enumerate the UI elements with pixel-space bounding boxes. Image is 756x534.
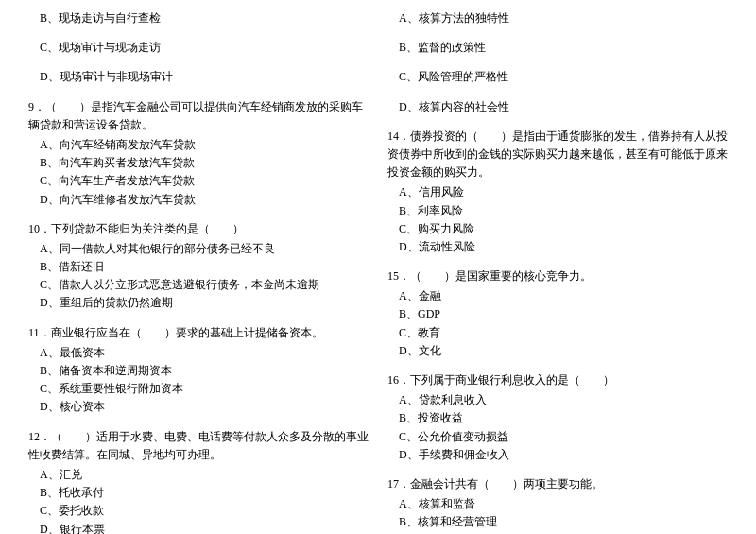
q-b1: B、现场走访与自行查检 [28, 9, 369, 27]
question-16: 16．下列属于商业银行利息收入的是（ ） A、贷款利息收入 B、投资收益 C、公… [387, 371, 728, 464]
question-15-text: 15．（ ）是国家重要的核心竞争力。 [387, 267, 728, 285]
question-11-text: 11．商业银行应当在（ ）要求的基础上计提储备资本。 [28, 324, 369, 342]
q11-option-a: A、最低资本 [28, 344, 369, 362]
option-c-r1: C、风险管理的严格性 [387, 68, 728, 86]
question-10-text: 10．下列贷款不能归为关注类的是（ ） [28, 220, 369, 238]
q-b-r1: B、监督的政策性 [387, 39, 728, 57]
q17-option-a: A、核算和监督 [387, 495, 728, 513]
q14-option-c: C、购买力风险 [387, 220, 728, 238]
q10-option-a: A、同一借款人对其他银行的部分债务已经不良 [28, 240, 369, 258]
q11-option-c: C、系统重要性银行附加资本 [28, 380, 369, 398]
question-11: 11．商业银行应当在（ ）要求的基础上计提储备资本。 A、最低资本 B、储备资本… [28, 324, 369, 417]
q12-option-a: A、汇兑 [28, 466, 369, 484]
q-a-r1: A、核算方法的独特性 [387, 9, 728, 27]
question-16-text: 16．下列属于商业银行利息收入的是（ ） [387, 371, 728, 389]
q15-option-c: C、教育 [387, 324, 728, 342]
q15-option-d: D、文化 [387, 342, 728, 360]
q11-option-d: D、核心资本 [28, 398, 369, 416]
q9-option-c: C、向汽车生产者发放汽车贷款 [28, 172, 369, 190]
question-12-text: 12．（ ）适用于水费、电费、电话费等付款人众多及分散的事业性收费结算。在同城、… [28, 428, 369, 464]
option-a-r1: A、核算方法的独特性 [387, 9, 728, 27]
q15-option-b: B、GDP [387, 305, 728, 323]
q-c1: C、现场审计与现场走访 [28, 39, 369, 57]
q16-option-b: B、投资收益 [387, 409, 728, 427]
q16-option-a: A、贷款利息收入 [387, 391, 728, 409]
q12-option-d: D、银行本票 [28, 521, 369, 535]
question-10: 10．下列贷款不能归为关注类的是（ ） A、同一借款人对其他银行的部分债务已经不… [28, 220, 369, 313]
q9-option-a: A、向汽车经销商发放汽车贷款 [28, 136, 369, 154]
option-b1: B、现场走访与自行查检 [28, 9, 369, 27]
q14-option-a: A、信用风险 [387, 183, 728, 201]
option-b-r1: B、监督的政策性 [387, 39, 728, 57]
q-d1: D、现场审计与非现场审计 [28, 68, 369, 86]
q15-option-a: A、金融 [387, 287, 728, 305]
q11-option-b: B、储备资本和逆周期资本 [28, 362, 369, 380]
left-column: B、现场走访与自行查检 C、现场审计与现场走访 D、现场审计与非现场审计 9．（… [28, 9, 369, 534]
q10-option-d: D、重组后的贷款仍然逾期 [28, 294, 369, 312]
question-9-text: 9．（ ）是指汽车金融公司可以提供向汽车经销商发放的采购车辆贷款和营运设备贷款。 [28, 98, 369, 134]
q16-option-c: C、公允价值变动损益 [387, 428, 728, 446]
q16-option-d: D、手续费和佣金收入 [387, 446, 728, 464]
q14-option-b: B、利率风险 [387, 202, 728, 220]
q10-option-c: C、借款人以分立形式恶意逃避银行债务，本金尚未逾期 [28, 276, 369, 294]
option-c1: C、现场审计与现场走访 [28, 39, 369, 57]
q12-option-b: B、托收承付 [28, 484, 369, 502]
q14-option-d: D、流动性风险 [387, 238, 728, 256]
q9-option-b: B、向汽车购买者发放汽车贷款 [28, 154, 369, 172]
question-17: 17．金融会计共有（ ）两项主要功能。 A、核算和监督 B、核算和经营管理 C、… [387, 475, 728, 534]
q12-option-c: C、委托收款 [28, 502, 369, 520]
q17-option-b: B、核算和经营管理 [387, 513, 728, 531]
columns-layout: B、现场走访与自行查检 C、现场审计与现场走访 D、现场审计与非现场审计 9．（… [28, 9, 728, 534]
q-c-r1: C、风险管理的严格性 [387, 68, 728, 86]
q-d-r1: D、核算内容的社会性 [387, 98, 728, 116]
question-9: 9．（ ）是指汽车金融公司可以提供向汽车经销商发放的采购车辆贷款和营运设备贷款。… [28, 98, 369, 209]
option-d-r1: D、核算内容的社会性 [387, 98, 728, 116]
question-14-text: 14．债券投资的（ ）是指由于通货膨胀的发生，借券持有人从投资债券中所收到的金钱… [387, 128, 728, 182]
option-d1: D、现场审计与非现场审计 [28, 68, 369, 86]
q10-option-b: B、借新还旧 [28, 258, 369, 276]
question-14: 14．债券投资的（ ）是指由于通货膨胀的发生，借券持有人从投资债券中所收到的金钱… [387, 128, 728, 256]
q9-option-d: D、向汽车维修者发放汽车贷款 [28, 191, 369, 209]
question-15: 15．（ ）是国家重要的核心竞争力。 A、金融 B、GDP C、教育 D、文化 [387, 267, 728, 360]
question-12: 12．（ ）适用于水费、电费、电话费等付款人众多及分散的事业性收费结算。在同城、… [28, 428, 369, 534]
right-column: A、核算方法的独特性 B、监督的政策性 C、风险管理的严格性 D、核算内容的社会… [387, 9, 728, 534]
question-17-text: 17．金融会计共有（ ）两项主要功能。 [387, 475, 728, 493]
page-container: B、现场走访与自行查检 C、现场审计与现场走访 D、现场审计与非现场审计 9．（… [28, 9, 728, 534]
